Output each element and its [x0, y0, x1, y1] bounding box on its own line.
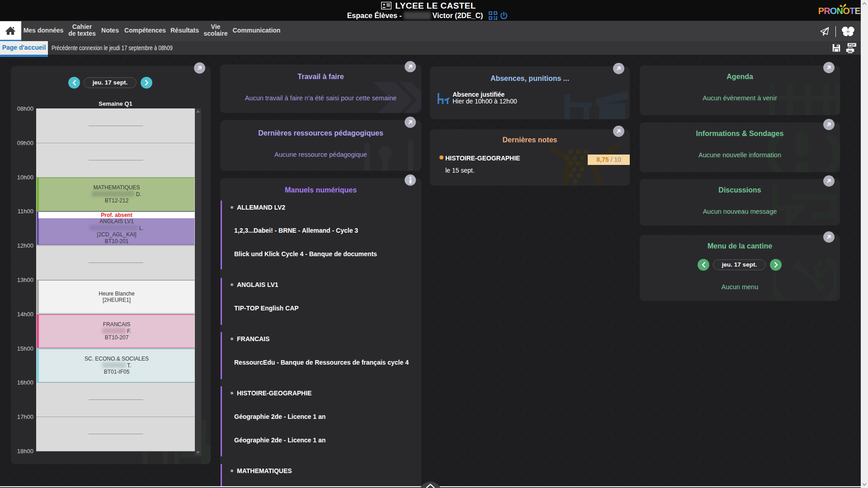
svg-text:PDF: PDF [849, 43, 855, 47]
